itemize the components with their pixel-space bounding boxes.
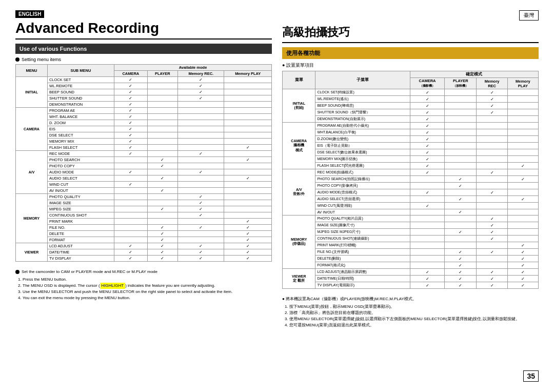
bullet-icon [15, 57, 19, 62]
col-player: PLAYER [147, 71, 177, 77]
step-1: Press the MENU button. [23, 277, 272, 283]
note-bullet-icon [15, 270, 19, 274]
col-submenu: SUB MENU [47, 65, 114, 77]
menu-initial: INITIAL [16, 77, 48, 108]
col-r-mem-rec: MemoryREC [477, 78, 507, 89]
note-section-left: Set the camcorder to CAM or PLAYER mode … [15, 269, 272, 301]
col-r-player: PLAYER（放映機） [445, 78, 477, 89]
section-header-right: 使用各種功能 [282, 47, 539, 59]
col-r-avail: 確定模式 [410, 71, 538, 78]
col-mem-rec: Memory REC. [178, 71, 224, 77]
page-number: 35 [523, 370, 539, 382]
left-column: ENGLISH Advanced Recording Use of variou… [15, 10, 272, 382]
col-camera: CAMERA [114, 71, 148, 77]
menu-camera: CAMERA [16, 108, 48, 151]
r-menu-av: A/V音效/外 [283, 169, 315, 215]
menu-table-right: 菜單 子菜單 確定模式 CAMERA（攝影機） PLAYER（放映機） Memo… [282, 71, 539, 289]
menu-table-left: MENU SUB MENU Available mode CAMERA PLAY… [15, 64, 272, 262]
right-column: 臺灣 高級拍攝技巧 使用各種功能 ● 設置菜單項目 菜單 子菜單 確定模式 CA… [282, 10, 539, 382]
menu-viewer: VIEWER [16, 243, 48, 262]
col-menu: MENU [16, 65, 48, 77]
submenu-clock-set: CLOCK SET [47, 77, 114, 83]
r-step-4: 您可選按MENU(菜單)頁返鈕退出此菜單模式。 [289, 322, 539, 328]
col-r-mem-play: MemoryPLAY [507, 78, 538, 89]
menu-av: A/V [16, 151, 48, 194]
r-menu-viewer: VIEWER定 觀所 [283, 269, 315, 289]
r-step-3: 使用MENU SELECTOR(菜單選擇鍵)旋鈕,以選擇顯示下左側面板的MENU… [289, 316, 539, 322]
note-section-right: ● 將本機設置為CAM（攝影機）或PLAYER(放映機)M.REC,M.PLAY… [282, 296, 539, 328]
r-step-2: 游標「高亮顯示」將告訴您目前在哪題的功能。 [289, 310, 539, 316]
steps-right: 按下MENU(菜單)按鈕，顯示MENU OSD(菜單螢幕顯示)。 游標「高亮顯示… [282, 304, 539, 328]
col-r-menu: 菜單 [283, 71, 315, 89]
r-menu-initial: INITIAL(初始) [283, 89, 315, 123]
menu-memory: MEMORY [16, 194, 48, 243]
r-step-1: 按下MENU(菜單)按鈕，顯示MENU OSD(菜單螢幕顯示)。 [289, 304, 539, 310]
step-3: Use the MENU SELECTOR and push the MENU … [23, 289, 272, 295]
col-r-camera: CAMERA（攝影機） [410, 78, 444, 89]
col-r-submenu: 子菜單 [315, 71, 410, 89]
chinese-title: 高級拍攝技巧 [282, 25, 539, 43]
highlight-box: HIGHLIGHT [100, 283, 126, 289]
step-2: The MENU OSD is displayed. The cursor (H… [23, 283, 272, 289]
taiwan-badge: 臺灣 [519, 10, 539, 21]
steps-left: Press the MENU button. The MENU OSD is d… [15, 277, 272, 301]
col-mem-play: Memory PLAY [224, 71, 272, 77]
section-header-left: Use of various Functions [15, 44, 272, 54]
r-menu-camera: CAMERA攝相機模式 [283, 123, 315, 169]
right-top-bar: 臺灣 [282, 10, 539, 23]
step-4: You can exit the menu mode by pressing t… [23, 295, 272, 301]
avail-mode-header: Available mode [114, 65, 272, 71]
english-badge: ENGLISH [15, 10, 44, 18]
setting-label-right: ● 設置菜單項目 [282, 62, 539, 69]
main-title: Advanced Recording [15, 20, 272, 40]
setting-label-left: Setting menu items [15, 57, 272, 62]
r-menu-memory: MEMORY(存儲品) [283, 215, 315, 269]
